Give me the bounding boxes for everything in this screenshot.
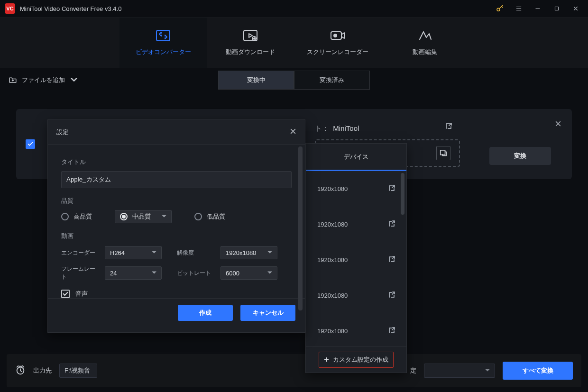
main-nav: ビデオコンバーター 動画ダウンロード スクリーンレコーダー 動画編集	[0, 17, 588, 68]
main-nav-label: 動画編集	[413, 48, 437, 56]
framerate-label: フレームレート	[61, 265, 99, 281]
output-label: 出力先	[33, 366, 52, 375]
settings-footer: 作成 キャンセル	[48, 298, 305, 327]
svg-rect-2	[156, 30, 170, 41]
add-file-button[interactable]: ファイルを追加	[9, 76, 78, 85]
device-scrollbar[interactable]	[401, 173, 404, 215]
app-title: MiniTool Video Converter Free v3.4.0	[20, 5, 121, 12]
queue-target-line: ト： MiniTool	[315, 124, 359, 133]
plus-icon	[324, 356, 329, 364]
custom-create-button[interactable]: カスタム設定の作成	[319, 352, 394, 368]
format-suffix-label: 定	[410, 366, 416, 375]
svg-point-6	[334, 34, 337, 37]
device-tab[interactable]: デバイス	[306, 144, 406, 170]
minimize-button[interactable]	[528, 1, 547, 16]
settings-header: 設定	[48, 120, 305, 145]
convert-icon	[155, 29, 171, 42]
video-section-label: 動画	[61, 232, 292, 240]
tab-converted[interactable]: 変換済み	[294, 71, 370, 90]
encoder-label: エンコーダー	[61, 249, 99, 257]
main-nav-label: ビデオコンバーター	[136, 48, 191, 56]
queue-item-close[interactable]	[555, 120, 561, 128]
main-nav-converter[interactable]: ビデオコンバーター	[119, 18, 207, 68]
app-logo: VC	[5, 3, 15, 14]
add-file-label: ファイルを追加	[22, 76, 65, 84]
bitrate-label: ビットレート	[177, 269, 215, 277]
title-field-label: タイトル	[61, 158, 292, 166]
settings-modal: 設定 タイトル 品質 高品質 中品質 低品質 動画 エンコーダー H264 解像…	[47, 119, 305, 333]
quality-radios: 高品質 中品質 低品質	[61, 210, 292, 223]
target-select-icon[interactable]	[436, 146, 450, 160]
encoder-select[interactable]: H264	[105, 246, 162, 259]
cancel-button[interactable]: キャンセル	[240, 305, 295, 321]
queue-target-prefix: ト：	[315, 124, 329, 132]
record-icon	[330, 29, 346, 42]
audio-toggle-row: 音声	[61, 290, 292, 298]
resolution-label: 解像度	[177, 249, 215, 257]
settings-scrollbar[interactable]	[298, 146, 303, 310]
device-item[interactable]: 1920x1080	[306, 313, 406, 346]
quality-low[interactable]: 低品質	[194, 210, 225, 223]
output-path-field[interactable]: F:\视频音	[59, 364, 97, 378]
close-button[interactable]	[566, 1, 585, 16]
key-icon[interactable]	[490, 1, 509, 16]
create-button[interactable]: 作成	[178, 305, 233, 321]
quality-field-label: 品質	[61, 197, 292, 205]
chevron-down-icon	[70, 76, 78, 85]
bottom-bar: 出力先 F:\视频音 定 すべて変換	[7, 354, 581, 387]
convert-all-button[interactable]: すべて変換	[503, 362, 573, 380]
app-window: VC MiniTool Video Converter Free v3.4.0 …	[0, 0, 588, 392]
device-panel: デバイス 1920x1080 1920x1080 1920x1080 1920x…	[305, 143, 407, 373]
upper-tabs: 変換中 変換済み	[218, 71, 370, 90]
add-file-icon	[9, 76, 17, 85]
quality-mid[interactable]: 中品質	[115, 210, 172, 223]
quality-high[interactable]: 高品質	[61, 210, 92, 223]
title-input[interactable]	[61, 171, 292, 188]
titlebar: VC MiniTool Video Converter Free v3.4.0	[0, 0, 588, 17]
format-select[interactable]	[424, 364, 495, 378]
main-nav-edit[interactable]: 動画編集	[381, 18, 469, 68]
edit-preset-icon[interactable]	[388, 220, 395, 228]
device-footer: カスタム設定の作成	[306, 346, 406, 373]
audio-checkbox[interactable]	[61, 290, 70, 298]
convert-button[interactable]: 変換	[489, 147, 551, 165]
edit-preset-icon[interactable]	[388, 292, 395, 300]
svg-rect-1	[555, 7, 559, 10]
external-edit-icon[interactable]	[445, 122, 452, 131]
edit-preset-icon[interactable]	[388, 185, 395, 193]
menu-icon[interactable]	[509, 1, 528, 16]
bitrate-select[interactable]: 6000	[220, 266, 277, 280]
maximize-button[interactable]	[547, 1, 566, 16]
queue-checkbox[interactable]	[26, 139, 35, 149]
edit-preset-icon[interactable]	[388, 327, 395, 335]
device-item[interactable]: 1920x1080	[306, 171, 406, 207]
main-nav-label: スクリーンレコーダー	[307, 48, 368, 56]
download-icon	[242, 29, 258, 42]
schedule-icon[interactable]	[15, 365, 26, 377]
main-nav-recorder[interactable]: スクリーンレコーダー	[294, 18, 381, 68]
resolution-select[interactable]: 1920x1080	[220, 246, 277, 259]
audio-label: 音声	[75, 290, 88, 298]
upper-toolbar: ファイルを追加 変換中 変換済み	[0, 68, 588, 92]
device-list: 1920x1080 1920x1080 1920x1080 1920x1080 …	[306, 171, 406, 346]
device-item[interactable]: 1920x1080	[306, 278, 406, 313]
settings-title: 設定	[56, 128, 69, 137]
device-item[interactable]: 1920x1080	[306, 242, 406, 278]
settings-close[interactable]	[290, 128, 296, 136]
device-tabs: デバイス	[306, 144, 406, 171]
main-nav-label: 動画ダウンロード	[226, 48, 275, 56]
edit-icon	[417, 29, 433, 42]
edit-preset-icon[interactable]	[388, 256, 395, 264]
framerate-select[interactable]: 24	[105, 266, 162, 280]
settings-body: タイトル 品質 高品質 中品質 低品質 動画 エンコーダー H264 解像度 1…	[48, 145, 305, 298]
queue-target-name: MiniTool	[333, 124, 359, 132]
svg-rect-3	[244, 30, 257, 41]
main-nav-download[interactable]: 動画ダウンロード	[207, 18, 294, 68]
tab-converting[interactable]: 変換中	[218, 71, 294, 90]
device-item[interactable]: 1920x1080	[306, 207, 406, 242]
app-logo-text: VC	[6, 6, 13, 11]
